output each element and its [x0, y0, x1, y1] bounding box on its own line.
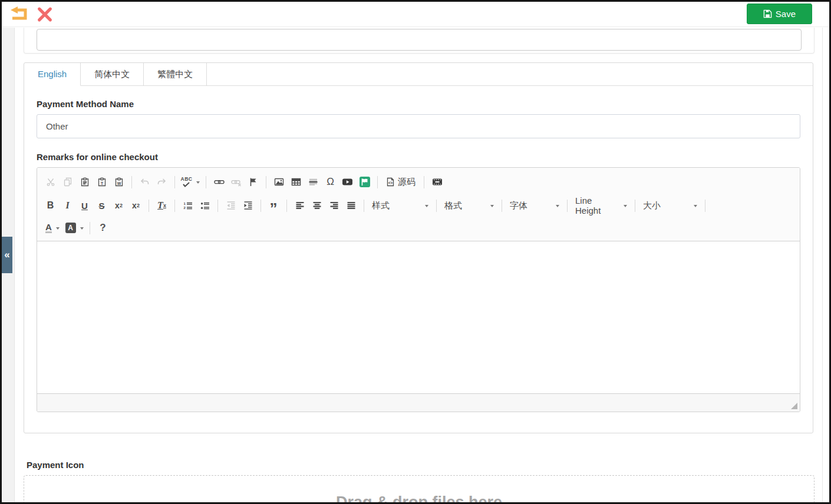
toolbar-separator: [377, 176, 378, 188]
redo-icon[interactable]: [154, 174, 170, 190]
svg-text:T: T: [100, 181, 103, 186]
svg-text:1: 1: [183, 202, 186, 205]
help-button[interactable]: ?: [95, 220, 111, 236]
toolbar-separator: [286, 200, 287, 212]
dropdown-caret-icon: [80, 227, 84, 231]
undo-icon[interactable]: [137, 174, 153, 190]
tab-strip-filler: [207, 63, 813, 86]
format-dropdown[interactable]: 格式: [441, 198, 497, 214]
link-icon[interactable]: [211, 174, 227, 190]
close-button[interactable]: [37, 6, 53, 22]
insert-image-icon[interactable]: [271, 174, 287, 190]
language-tab-panel: English 简体中文 繁體中文 Payment Method Name Re…: [24, 62, 813, 433]
toolbar-separator: [260, 200, 261, 212]
save-button[interactable]: Save: [747, 4, 812, 24]
tab-english[interactable]: English: [24, 63, 81, 86]
resize-grip-icon[interactable]: [791, 403, 797, 409]
indent-icon[interactable]: [240, 198, 256, 214]
cut-icon[interactable]: [42, 174, 58, 190]
paste-from-word-icon[interactable]: W: [111, 174, 127, 190]
remove-format-button[interactable]: Tx: [154, 198, 170, 214]
top-text-field[interactable]: [37, 29, 802, 51]
dropdown-caret-icon: [490, 205, 494, 209]
toolbar-separator: [206, 176, 206, 188]
dropdown-caret-icon: [694, 205, 697, 209]
strikethrough-button[interactable]: S: [94, 198, 110, 214]
blockquote-button[interactable]: ”: [266, 198, 282, 214]
align-left-icon[interactable]: [292, 198, 308, 214]
dropdown-caret-icon: [196, 181, 200, 185]
dropzone-message: Drag & drop files here: [336, 493, 502, 504]
unlink-icon[interactable]: [228, 174, 244, 190]
rich-text-editor: T W: [37, 167, 800, 412]
tab-simplified-chinese[interactable]: 简体中文: [81, 63, 144, 86]
tab-traditional-chinese[interactable]: 繁體中文: [144, 63, 207, 86]
horizontal-line-icon[interactable]: [305, 174, 321, 190]
payment-icon-dropzone[interactable]: Drag & drop files here: [24, 475, 814, 504]
text-color-button[interactable]: A: [42, 220, 62, 236]
toolbar-separator: [131, 176, 132, 188]
ordered-list-icon[interactable]: 12: [180, 198, 196, 214]
toolbar-separator: [149, 200, 149, 212]
special-character-icon[interactable]: Ω: [322, 174, 338, 190]
anchor-flag-icon[interactable]: [245, 174, 261, 190]
top-field-card: [24, 28, 814, 54]
font-dropdown[interactable]: 字体: [506, 198, 563, 214]
paste-text-icon[interactable]: T: [94, 174, 110, 190]
save-button-label: Save: [776, 9, 796, 19]
app-window: Save « English 简体中文 繁體中文 Payment Method …: [0, 0, 831, 504]
toolbar-row-1: T W: [42, 170, 795, 194]
size-dropdown[interactable]: 大小: [639, 198, 701, 214]
align-justify-icon[interactable]: [343, 198, 359, 214]
svg-text:2: 2: [183, 206, 186, 210]
source-code-button[interactable]: <> 源码: [382, 174, 419, 190]
copy-icon[interactable]: [60, 174, 75, 190]
toolbar-separator: [174, 176, 175, 188]
payment-method-name-label: Payment Method Name: [37, 99, 800, 109]
italic-button[interactable]: I: [60, 198, 75, 214]
insert-table-icon[interactable]: [288, 174, 304, 190]
toolbar-header: Save: [2, 2, 829, 27]
source-code-label: 源码: [398, 177, 416, 188]
toolbar-separator: [217, 200, 218, 212]
sidebar-collapse-handle[interactable]: «: [2, 237, 12, 273]
youtube-icon[interactable]: [339, 174, 355, 190]
toolbar-separator: [567, 200, 568, 212]
back-button[interactable]: [10, 6, 28, 22]
align-center-icon[interactable]: [309, 198, 325, 214]
outdent-icon[interactable]: [223, 198, 239, 214]
dropdown-caret-icon: [425, 205, 428, 209]
underline-button[interactable]: U: [77, 198, 93, 214]
toolbar-separator: [266, 176, 266, 188]
background-color-button[interactable]: A: [64, 220, 85, 236]
line-height-dropdown[interactable]: Line Height: [572, 198, 631, 214]
payment-icon-section: Payment Icon Drag & drop files here: [24, 460, 814, 504]
bold-button[interactable]: B: [42, 198, 58, 214]
align-right-icon[interactable]: [326, 198, 342, 214]
close-icon: [37, 6, 53, 22]
payment-icon-label: Payment Icon: [27, 460, 814, 470]
language-tabs: English 简体中文 繁體中文: [24, 63, 813, 86]
superscript-button[interactable]: x2: [128, 198, 144, 214]
spell-check-icon[interactable]: ABC: [180, 174, 201, 190]
toolbar-separator: [502, 200, 502, 212]
editor-content-area[interactable]: [37, 241, 800, 393]
media-embed-icon[interactable]: [429, 174, 445, 190]
save-floppy-icon: [763, 9, 772, 18]
toolbar-separator: [424, 176, 424, 188]
paste-icon[interactable]: [77, 174, 93, 190]
styles-dropdown[interactable]: 样式: [368, 198, 432, 214]
toolbar-separator: [364, 200, 364, 212]
editor-status-bar: [37, 393, 800, 412]
payment-method-name-input[interactable]: [37, 114, 800, 138]
toolbar-row-2: B I U S x2 x2 Tx 12: [42, 194, 795, 217]
editor-toolbar: T W: [37, 168, 800, 241]
toolbar-row-3: A A ?: [42, 217, 795, 238]
toolbar-separator: [705, 200, 705, 212]
green-flag-plugin-icon[interactable]: [357, 174, 372, 190]
tab-panel-body: Payment Method Name Remarks for online c…: [24, 86, 813, 412]
bulleted-list-icon[interactable]: [197, 198, 213, 214]
subscript-button[interactable]: x2: [111, 198, 127, 214]
remarks-label: Remarks for online checkout: [37, 152, 800, 162]
page-right-edge: [822, 28, 823, 502]
